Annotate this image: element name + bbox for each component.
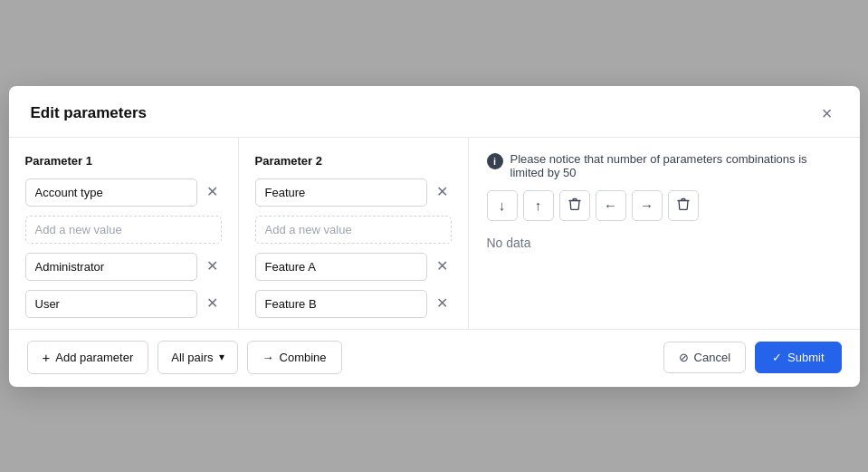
param1-name-remove-button[interactable]: ✕ (203, 183, 222, 201)
param2-value-row-2: ✕ (255, 290, 452, 318)
param1-value-input-2[interactable] (25, 290, 197, 318)
modal-overlay: Edit parameters × Parameter 1 ✕ Add a ne… (0, 0, 868, 472)
notice-text: Please notice that number of parameters … (510, 152, 842, 179)
param1-add-value-button[interactable]: Add a new value (25, 216, 222, 244)
notice-row: i Please notice that number of parameter… (487, 152, 842, 179)
arrow-right-icon: → (640, 197, 653, 213)
arrow-left-icon: ← (604, 197, 617, 213)
parameter1-column: Parameter 1 ✕ Add a new value ✕ ✕ (9, 138, 239, 329)
right-panel: i Please notice that number of parameter… (469, 138, 860, 329)
param1-value-row-1: ✕ (25, 253, 222, 281)
modal-header: Edit parameters × (9, 86, 860, 138)
footer-right: ⊘ Cancel ✓ Submit (663, 342, 842, 373)
cancel-icon: ⊘ (679, 351, 689, 364)
footer-left: + Add parameter All pairs ▾ → Combine (27, 341, 342, 374)
param2-value-input-1[interactable] (255, 253, 427, 281)
modal-title: Edit parameters (31, 104, 148, 122)
arrow-down-icon: ↓ (499, 197, 506, 213)
param2-add-value-button[interactable]: Add a new value (255, 216, 452, 244)
no-data-text: No data (487, 236, 842, 250)
parameter2-column: Parameter 2 ✕ Add a new value ✕ ✕ (239, 138, 469, 329)
toolbar-row: ↓ ↑ ← (487, 190, 842, 221)
param1-value-input-1[interactable] (25, 253, 197, 281)
cancel-button[interactable]: ⊘ Cancel (663, 342, 746, 373)
delete-col-button[interactable] (668, 190, 699, 221)
param2-value-input-2[interactable] (255, 290, 427, 318)
move-right-button[interactable]: → (632, 190, 663, 221)
param1-value-remove-1[interactable]: ✕ (203, 257, 222, 275)
param2-label: Parameter 2 (255, 154, 452, 168)
submit-button[interactable]: ✓ Submit (755, 342, 841, 373)
param1-name-input[interactable] (25, 178, 197, 207)
move-up-button[interactable]: ↑ (523, 190, 554, 221)
param2-value-remove-2[interactable]: ✕ (433, 294, 452, 313)
param2-name-remove-button[interactable]: ✕ (433, 183, 452, 201)
modal-body: Parameter 1 ✕ Add a new value ✕ ✕ (9, 138, 860, 329)
param1-value-remove-2[interactable]: ✕ (203, 294, 222, 313)
param2-name-row: ✕ (255, 178, 452, 207)
param2-value-remove-1[interactable]: ✕ (433, 257, 452, 275)
trash-icon-2 (677, 197, 690, 214)
param2-name-input[interactable] (255, 178, 427, 207)
plus-icon: + (43, 350, 51, 365)
edit-parameters-modal: Edit parameters × Parameter 1 ✕ Add a ne… (9, 86, 860, 387)
delete-row-button[interactable] (559, 190, 590, 221)
move-left-button[interactable]: ← (596, 190, 626, 221)
chevron-down-icon: ▾ (219, 351, 224, 363)
arrow-up-icon: ↑ (535, 197, 542, 213)
close-button[interactable]: × (816, 102, 838, 124)
param1-name-row: ✕ (25, 178, 222, 207)
all-pairs-button[interactable]: All pairs ▾ (157, 341, 237, 374)
trash-icon-1 (568, 197, 581, 214)
modal-footer: + Add parameter All pairs ▾ → Combine ⊘ … (9, 329, 860, 387)
combine-arrow-icon: → (262, 351, 274, 364)
add-parameter-button[interactable]: + Add parameter (27, 341, 149, 374)
move-down-button[interactable]: ↓ (487, 190, 518, 221)
param1-label: Parameter 1 (25, 154, 222, 168)
info-icon: i (487, 153, 503, 169)
param1-value-row-2: ✕ (25, 290, 222, 318)
checkmark-icon: ✓ (772, 351, 782, 364)
param2-value-row-1: ✕ (255, 253, 452, 281)
combine-button[interactable]: → Combine (247, 341, 342, 374)
